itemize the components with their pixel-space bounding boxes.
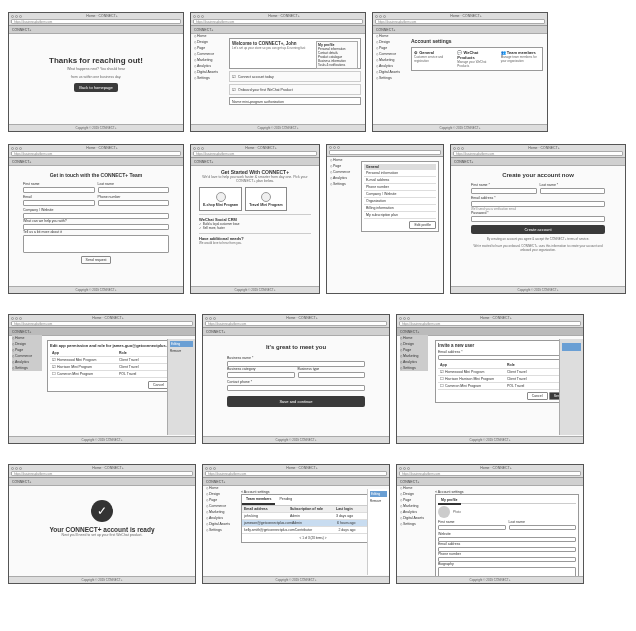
first-name-input[interactable] xyxy=(23,187,95,193)
ready-title: Your CONNECT+ account is ready xyxy=(13,526,191,533)
invite-email[interactable] xyxy=(438,355,576,360)
wf-ready: Home · CONNECT+https://businessplatform.… xyxy=(8,464,196,584)
email-input[interactable] xyxy=(23,200,95,206)
ca-title: Create your account now xyxy=(471,172,605,178)
wf-edit-perm: Home · CONNECT+https://businessplatform.… xyxy=(8,314,196,444)
contact-title: Get in touch with the CONNECT+ Team xyxy=(23,172,169,178)
profile-box: My profile Personal information Contact … xyxy=(316,41,358,69)
wf-meet: Home · CONNECT+https://businessplatform.… xyxy=(202,314,390,444)
meet-title: It's great to meet you xyxy=(227,344,365,350)
tab-profile[interactable]: My profile xyxy=(438,497,461,505)
side-panel: Editing Remove xyxy=(167,339,195,435)
app-ribbon: CONNECT+ xyxy=(9,26,183,34)
phone-input[interactable] xyxy=(227,385,365,391)
task-1[interactable]: Connect account today xyxy=(229,71,361,82)
sub-line-2: from us within one business day. xyxy=(13,75,179,79)
check-icon: ✓ xyxy=(91,500,113,522)
cat-select[interactable] xyxy=(227,372,295,378)
create-button[interactable]: Create account xyxy=(471,225,605,234)
edit-button[interactable]: Edit profile xyxy=(409,221,436,229)
type-select[interactable] xyxy=(298,372,366,378)
card-travel[interactable]: Travel Mini Program xyxy=(245,187,286,211)
url-bar[interactable]: https://businessplatform.com xyxy=(11,19,181,24)
plane-icon xyxy=(261,192,271,202)
wireframe-grid: Home · CONNECT+ https://businessplatform… xyxy=(0,0,636,596)
card-products[interactable]: 💬 WeChat Products xyxy=(457,50,496,60)
wf-profile: Home · CONNECT+https://businessplatform.… xyxy=(396,464,584,584)
sb-settings[interactable]: Settings xyxy=(194,75,222,81)
wf-team: Home · CONNECT+https://businessplatform.… xyxy=(202,464,390,584)
browser-chrome: Home · CONNECT+ https://businessplatform… xyxy=(9,13,183,26)
tab-pending[interactable]: Pending xyxy=(275,495,296,505)
wf-account-settings: Home · CONNECT+https://businessplatform.… xyxy=(372,12,548,132)
task-3[interactable]: Name mini-program authorization xyxy=(229,97,361,105)
continue-btn[interactable]: Save and continue xyxy=(227,396,365,407)
footer: Copyright © 2019 CONNECT+ xyxy=(9,124,183,131)
last-input[interactable] xyxy=(540,188,606,194)
wf-invite: Home · CONNECT+https://businessplatform.… xyxy=(396,314,584,444)
page-title: Account settings xyxy=(411,38,543,44)
sidebar: Home Design Page Commerce Marketing Anal… xyxy=(194,33,222,81)
wf-welcome: Home · CONNECT+https://businessplatform.… xyxy=(190,12,366,132)
wf-contact: Home · CONNECT+https://businessplatform.… xyxy=(8,144,184,294)
side-panel xyxy=(559,339,583,435)
sub-line-1: What happens next? You should hear xyxy=(13,67,179,71)
task-2[interactable]: Onboard your first WeChat Product xyxy=(229,84,361,95)
table-row-selected[interactable]: jameson@getconnectplus.comAdmin6 hours a… xyxy=(242,520,384,527)
card-eshop[interactable]: E-shop Mini Program xyxy=(199,187,242,211)
window-title: Home · CONNECT+ xyxy=(23,14,181,18)
wf-create-account: Home · CONNECT+https://businessplatform.… xyxy=(450,144,626,294)
message-textarea[interactable] xyxy=(23,235,169,253)
wf-get-started: Home · CONNECT+https://businessplatform.… xyxy=(190,144,320,294)
wf-general: HomePageCommerceAnalyticsSettings Genera… xyxy=(326,144,444,294)
wf-thanks: Home · CONNECT+ https://businessplatform… xyxy=(8,12,184,132)
tab-team[interactable]: Team members xyxy=(242,495,275,505)
phone-input[interactable] xyxy=(98,200,170,206)
back-button[interactable]: Back to homepage xyxy=(74,83,117,92)
first-input[interactable] xyxy=(471,188,537,194)
pass-input[interactable] xyxy=(471,216,605,222)
bag-icon xyxy=(216,192,226,202)
cancel-btn[interactable]: Cancel xyxy=(148,381,169,389)
pager[interactable]: < 1 of 3 (20 items) > xyxy=(242,534,384,542)
send-button[interactable]: Send request xyxy=(81,256,112,264)
invite-title: Invite a new user xyxy=(438,343,576,348)
page-heading: Thanks for reaching out! xyxy=(13,56,179,65)
avatar[interactable] xyxy=(438,506,450,518)
cancel-btn[interactable]: Cancel xyxy=(527,392,548,400)
last-name-input[interactable] xyxy=(98,187,170,193)
